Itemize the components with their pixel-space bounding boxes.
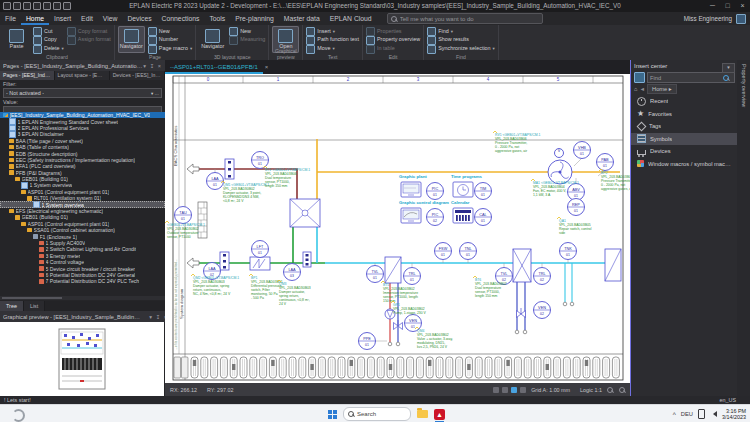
assign-format-icon	[67, 36, 76, 45]
tree-struct-icon	[9, 158, 14, 163]
speaker-icon[interactable]	[710, 411, 717, 417]
tree-horizontal-scrollbar[interactable]	[0, 296, 165, 300]
menu-connections[interactable]: Connections	[157, 13, 205, 25]
logic-scale[interactable]: Logic 1:1	[575, 387, 607, 393]
zoom-in-icon[interactable]	[607, 387, 613, 393]
paste-button[interactable]: Paste	[3, 26, 30, 53]
tree-page-icon	[9, 118, 16, 125]
combo-dropdown-icon[interactable]: ▾ …	[151, 91, 159, 96]
tree-list-tab-tree[interactable]: Tree	[0, 301, 24, 311]
menu-edit[interactable]: Edit	[76, 13, 98, 25]
maximize-button[interactable]: □	[720, 0, 735, 12]
eplan-app-icon[interactable]: ▲	[434, 409, 445, 420]
menu-eplan-cloud[interactable]: EPLAN Cloud	[325, 13, 377, 25]
new-button[interactable]: New	[148, 27, 192, 36]
tree-item[interactable]: [EES]_Industry_Sample_Building_Automatio…	[0, 112, 165, 118]
menu-view[interactable]: View	[98, 13, 123, 25]
svg-text:NC, 4 Nm, <0,8 m², 24 V: NC, 4 Nm, <0,8 m², 24 V	[193, 292, 231, 296]
filter-combo[interactable]: - Not activated - ▾ …	[3, 88, 162, 98]
tray-chevron-icon[interactable]: ^	[673, 411, 676, 418]
new-button[interactable]: New	[229, 27, 265, 36]
menu-file[interactable]: File	[0, 13, 21, 25]
minimize-button[interactable]: ─	[705, 0, 720, 12]
object-snap-icon[interactable]	[511, 387, 517, 393]
menu-pre-planning[interactable]: Pre-planning	[230, 13, 279, 25]
user-account[interactable]: Miss Engineering	[684, 14, 750, 24]
tell-me-search[interactable]: Tell me what you want to do	[387, 13, 543, 24]
insert-center-item-favorites[interactable]: ★Favorites	[631, 108, 738, 121]
file-explorer-icon[interactable]	[417, 410, 428, 418]
ribbon-group-find: Find▾Show resultsSynchronize selection▾F…	[424, 25, 499, 60]
svg-text:Time programs: Time programs	[451, 174, 483, 179]
menu-master-data[interactable]: Master data	[279, 13, 325, 25]
svg-text:24 V: 24 V	[279, 302, 287, 306]
home-icon[interactable]: ⌂	[634, 86, 637, 92]
menu-insert[interactable]: Insert	[49, 13, 76, 25]
menu-devices[interactable]: Devices	[122, 13, 156, 25]
document-tab-close-icon[interactable]: ×	[265, 64, 269, 70]
edge-icon[interactable]	[12, 409, 25, 422]
panel-tab-2[interactable]: Devices - [EES]_Indus...	[110, 71, 165, 80]
close-button[interactable]: ×	[735, 0, 750, 12]
insert-center-item-devices[interactable]: Devices	[631, 145, 738, 158]
cut-button[interactable]: Cut	[33, 27, 64, 36]
panel-tab-1[interactable]: Layout space - [EES]_...	[55, 71, 110, 80]
move-button[interactable]: Move▾	[306, 45, 359, 54]
svg-text:01: 01	[411, 325, 415, 329]
svg-text:TAU: TAU	[179, 211, 187, 215]
number-button[interactable]: Number	[148, 36, 192, 45]
drawing-status-bar: RX: 266.12 RY: 297.02 Grid A: 1.00 mm Lo…	[165, 383, 630, 396]
document-list-dropdown[interactable]: ▼	[722, 63, 735, 73]
windows-start-icon[interactable]	[328, 410, 337, 419]
keyboard-language[interactable]: DEU	[681, 411, 693, 417]
delete-button[interactable]: Delete▾	[33, 45, 64, 54]
svg-text:01: 01	[213, 183, 217, 187]
svg-text:length 150 mm: length 150 mm	[475, 294, 498, 298]
svg-text:REP: REP	[572, 203, 580, 207]
zoom-window-icon[interactable]	[619, 387, 625, 393]
clock[interactable]: 3:16 PM 3/14/2023	[722, 408, 746, 421]
panel-tab-0[interactable]: Pages - [EES]_Industr...	[0, 71, 55, 80]
svg-text:aggressive gases, air: aggressive gases, air	[601, 187, 630, 191]
schematic-canvas[interactable]: 012345BACS CharacteristicsSystem diagram…	[165, 74, 631, 383]
select-mode-icon[interactable]	[493, 387, 499, 393]
page-macro-button[interactable]: Page macro▾	[148, 45, 192, 54]
graphical-preview-header[interactable]: Graphical preview - [EES]_Industry_Sampl…	[0, 311, 171, 322]
back-icon[interactable]: ◄	[639, 86, 645, 92]
panel-header-icons[interactable]: ▾ ↧ ×	[143, 63, 162, 69]
find-button[interactable]: Find▾	[427, 27, 495, 36]
pages-panel-header[interactable]: Pages - [EES]_Industry_Sample_Building_A…	[0, 60, 165, 71]
schematic-drawing[interactable]: 012345BACS CharacteristicsSystem diagram…	[165, 74, 630, 383]
show-results-button[interactable]: Show results	[427, 36, 495, 45]
document-tab[interactable]: --ASP01+RLT01--GEB01&PFB/1	[165, 61, 263, 74]
path-function-text-button[interactable]: Path function text	[306, 36, 359, 45]
page-tree[interactable]: [EES]_Industry_Sample_Building_Automatio…	[0, 112, 165, 296]
star-icon: ★	[637, 110, 644, 117]
phone-link-icon[interactable]	[698, 409, 705, 419]
insert-center-find-input[interactable]: Find	[647, 72, 735, 83]
property-overview-button[interactable]: Property overview	[366, 36, 420, 45]
svg-text:…of its contents are prohibite: …of its contents are prohibited in as fa…	[174, 259, 178, 350]
find-icon	[427, 27, 436, 36]
insert-button[interactable]: Insert▾	[306, 27, 359, 36]
tree-struct-icon	[9, 164, 14, 169]
tree-item[interactable]: 7 Potential Distribution DC 24V PLC Tech	[0, 278, 165, 284]
menu-home[interactable]: Home	[21, 13, 49, 25]
navigator-button[interactable]: Navigator	[118, 26, 145, 53]
menu-tools[interactable]: Tools	[204, 13, 230, 25]
breadcrumb[interactable]: Home ▸	[647, 84, 677, 94]
insert-center-item-window-macros-symbol-macros[interactable]: Window macros / symbol macros	[631, 158, 738, 171]
synchronize-selection-button[interactable]: Synchronize selection▾	[427, 45, 495, 54]
find-icon	[723, 75, 729, 81]
insert-center-item-recent[interactable]: Recent	[631, 95, 738, 108]
tree-list-tab-list[interactable]: List	[24, 301, 45, 311]
move-icon	[306, 45, 315, 54]
property-overview-tab[interactable]: Property overview	[741, 64, 747, 107]
navigator-button[interactable]: Navigator	[199, 26, 226, 53]
taskbar-search[interactable]: Search	[343, 407, 411, 421]
insert-center-item-tags[interactable]: Tags	[631, 120, 738, 133]
grid-size[interactable]: Grid A: 1.00 mm	[526, 387, 575, 393]
copy-button[interactable]: Copy	[33, 36, 64, 45]
snap-mode-icon[interactable]	[502, 387, 508, 393]
insert-center-item-symbols[interactable]: Symbols	[631, 133, 738, 146]
